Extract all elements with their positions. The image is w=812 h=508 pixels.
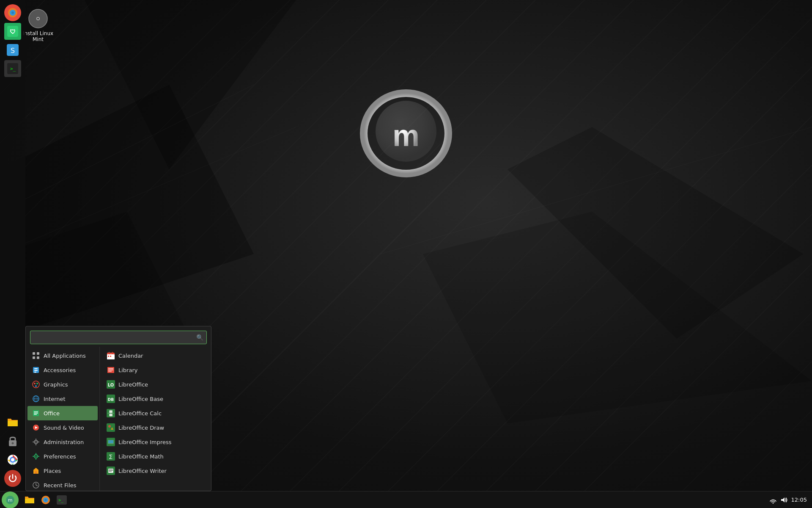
svg-rect-30 xyxy=(37,352,39,355)
svg-rect-96 xyxy=(109,470,113,471)
svg-text:>_: >_ xyxy=(10,66,16,72)
category-accessories[interactable]: Accessories xyxy=(27,363,98,377)
administration-icon xyxy=(32,438,40,446)
svg-point-25 xyxy=(12,442,14,444)
category-administration[interactable]: Administration xyxy=(27,435,98,449)
svg-rect-55 xyxy=(38,442,39,442)
svg-rect-85 xyxy=(107,423,115,432)
libreoffice-draw-icon xyxy=(107,423,115,432)
svg-rect-90 xyxy=(108,440,113,443)
svg-rect-52 xyxy=(36,439,36,440)
svg-rect-35 xyxy=(34,370,38,371)
svg-point-57 xyxy=(36,456,37,457)
svg-rect-95 xyxy=(109,469,113,470)
svg-text:DB: DB xyxy=(108,398,114,402)
svg-rect-62 xyxy=(35,471,37,474)
mint-logo: m xyxy=(359,85,453,178)
libreoffice-icon: LO xyxy=(107,380,115,389)
accessories-icon xyxy=(32,366,40,374)
svg-marker-106 xyxy=(781,497,785,502)
svg-text:🛡: 🛡 xyxy=(10,28,16,35)
svg-text:LO: LO xyxy=(108,383,114,387)
office-icon xyxy=(32,409,40,417)
svg-rect-54 xyxy=(33,442,34,442)
taskbar-right: 12:05 xyxy=(769,496,812,504)
svg-rect-47 xyxy=(34,414,37,415)
category-internet[interactable]: Internet xyxy=(27,392,98,406)
svg-point-38 xyxy=(34,383,36,384)
svg-line-65 xyxy=(36,485,38,486)
app-libreoffice-math[interactable]: ∑ LibreOffice Math xyxy=(102,449,209,464)
sidebar-synaptic-icon[interactable]: S xyxy=(4,41,21,58)
svg-text:▓▓: ▓▓ xyxy=(109,414,112,417)
menu-search-input[interactable] xyxy=(30,331,207,344)
libreoffice-impress-icon xyxy=(107,438,115,446)
menu-search-bar: 🔍 xyxy=(26,326,211,347)
svg-rect-70 xyxy=(108,356,109,357)
app-library[interactable]: Library xyxy=(102,363,209,377)
start-button[interactable]: m xyxy=(2,491,19,508)
libreoffice-base-icon: DB xyxy=(107,395,115,403)
svg-point-17 xyxy=(11,11,14,14)
menu-content: All Applications Accessories xyxy=(26,347,211,491)
category-places[interactable]: Places xyxy=(27,464,98,478)
taskbar-terminal[interactable]: >_ xyxy=(54,492,69,508)
sidebar-mintupdate-icon[interactable]: 🛡 xyxy=(4,23,21,40)
preferences-icon xyxy=(32,452,40,461)
category-graphics[interactable]: Graphics xyxy=(27,377,98,392)
svg-point-40 xyxy=(35,385,37,387)
svg-rect-60 xyxy=(33,456,34,457)
svg-point-14 xyxy=(37,18,39,19)
install-linux-mint-icon[interactable]: Install Linux Mint xyxy=(21,8,55,42)
svg-rect-29 xyxy=(33,352,35,355)
search-icon: 🔍 xyxy=(196,334,203,341)
svg-rect-61 xyxy=(38,456,39,457)
internet-icon xyxy=(32,395,40,403)
taskbar-firefox[interactable] xyxy=(38,492,53,508)
category-office[interactable]: Office xyxy=(27,406,98,420)
app-libreoffice-writer[interactable]: LibreOffice Writer xyxy=(102,464,209,478)
app-calendar[interactable]: Calendar xyxy=(102,348,209,363)
category-sound-video[interactable]: Sound & Video xyxy=(27,420,98,435)
sidebar-lock-icon[interactable] xyxy=(4,433,21,450)
menu-apps-list: Calendar Library xyxy=(100,347,211,491)
app-libreoffice-draw[interactable]: LibreOffice Draw xyxy=(102,420,209,435)
volume-icon[interactable] xyxy=(780,496,788,504)
left-sidebar: 🛡 S >_ xyxy=(0,0,25,491)
app-libreoffice[interactable]: LO LibreOffice xyxy=(102,377,209,392)
sidebar-google-icon[interactable] xyxy=(4,451,21,468)
libreoffice-writer-icon xyxy=(107,467,115,475)
taskbar-apps: >_ xyxy=(22,492,69,508)
svg-rect-73 xyxy=(108,368,113,369)
calendar-app-icon xyxy=(107,351,115,360)
network-icon[interactable] xyxy=(769,496,777,504)
svg-rect-32 xyxy=(37,356,39,359)
library-app-icon xyxy=(107,366,115,374)
category-recent-files[interactable]: Recent Files xyxy=(27,478,98,491)
sidebar-files-icon[interactable] xyxy=(4,414,21,431)
svg-text:m: m xyxy=(392,119,420,152)
svg-rect-74 xyxy=(108,370,113,370)
svg-rect-53 xyxy=(36,444,36,445)
svg-rect-75 xyxy=(108,371,112,372)
app-libreoffice-calc[interactable]: ▓▓ ▓▓ LibreOffice Calc xyxy=(102,406,209,420)
app-libreoffice-base[interactable]: DB LibreOffice Base xyxy=(102,392,209,406)
svg-rect-68 xyxy=(109,352,110,354)
svg-point-51 xyxy=(36,442,37,443)
app-libreoffice-impress[interactable]: LibreOffice Impress xyxy=(102,435,209,449)
menu-categories: All Applications Accessories xyxy=(26,347,100,491)
all-applications-icon xyxy=(32,351,40,360)
libreoffice-calc-icon: ▓▓ ▓▓ xyxy=(107,409,115,417)
category-all-applications[interactable]: All Applications xyxy=(27,348,98,363)
svg-text:S: S xyxy=(11,47,15,55)
category-preferences[interactable]: Preferences xyxy=(27,449,98,464)
taskbar-file-manager[interactable] xyxy=(22,492,37,508)
svg-point-28 xyxy=(11,458,14,461)
svg-rect-34 xyxy=(34,368,38,369)
sidebar-firefox-icon[interactable] xyxy=(4,4,21,21)
sidebar-terminal-icon[interactable]: >_ xyxy=(4,60,21,77)
taskbar-time: 12:05 xyxy=(791,497,807,503)
install-icon-image xyxy=(28,8,48,29)
sidebar-power-icon[interactable] xyxy=(4,470,21,487)
svg-text:>_: >_ xyxy=(58,498,64,503)
